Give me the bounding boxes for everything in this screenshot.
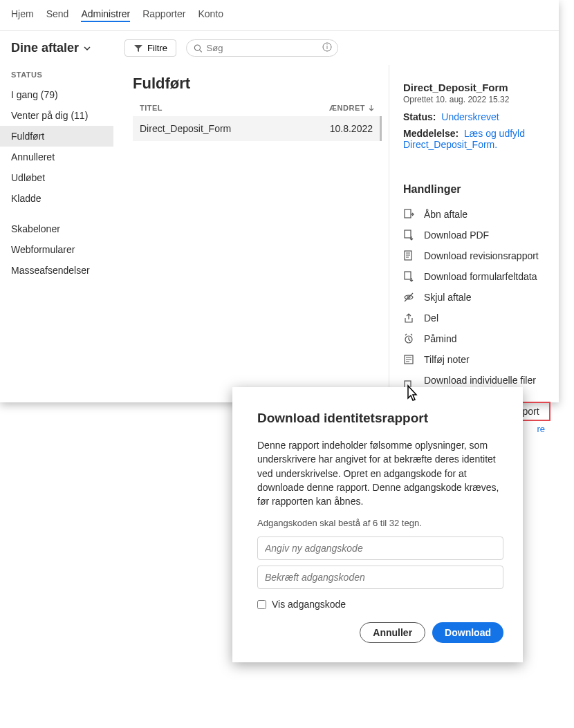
action-download-form-data[interactable]: Download formularfeltdata [403, 266, 545, 287]
search-input[interactable] [207, 43, 331, 53]
sidebar-item-templates[interactable]: Skabeloner [11, 218, 111, 239]
chevron-down-icon [83, 44, 91, 53]
filter-label: Filtre [147, 43, 167, 53]
sidebar-item-webforms[interactable]: Webformularer [11, 239, 111, 260]
action-share[interactable]: Del [403, 308, 545, 328]
modal-body: Denne rapport indeholder følsomme oplysn… [257, 438, 503, 508]
modal-title: Download identitetsrapport [257, 411, 503, 426]
action-remind[interactable]: Påmind [403, 328, 545, 349]
cancel-button[interactable]: Annuller [360, 622, 425, 643]
svg-point-0 [194, 45, 200, 50]
nav-administrer[interactable]: Administrer [81, 8, 130, 22]
download-identity-modal: Download identitetsrapport Denne rapport… [232, 387, 523, 662]
action-download-form-data-label: Download formularfeltdata [424, 271, 537, 282]
password-input[interactable] [257, 536, 503, 560]
col-modified-label: ÆNDRET [329, 104, 365, 112]
action-hide-label: Skjul aftale [424, 292, 471, 303]
sidebar-item-expired[interactable]: Udløbet [11, 167, 111, 188]
password-confirm-input[interactable] [257, 566, 503, 589]
toolbar: Dine aftaler Filtre i [0, 31, 559, 65]
action-download-pdf[interactable]: Download PDF [403, 225, 545, 245]
nav-hjem[interactable]: Hjem [11, 8, 34, 22]
action-download-audit-label: Download revisionsrapport [424, 250, 539, 261]
actions-heading: Handlinger [403, 183, 545, 196]
svg-rect-4 [405, 209, 411, 218]
sidebar-item-waiting[interactable]: Venter på dig (11) [11, 105, 111, 126]
show-password-checkbox[interactable] [257, 600, 266, 609]
row-modified: 10.8.2022 [330, 123, 373, 134]
info-icon[interactable]: i [322, 42, 332, 54]
arrow-down-icon [368, 104, 375, 111]
nav-send[interactable]: Send [46, 8, 69, 22]
audit-icon [403, 250, 414, 261]
action-download-pdf-label: Download PDF [424, 230, 489, 241]
sidebar-item-cancelled[interactable]: Annulleret [11, 147, 111, 167]
download-pdf-icon [403, 230, 414, 241]
search-icon [194, 44, 203, 53]
action-hide[interactable]: Skjul aftale [403, 287, 545, 308]
action-remind-label: Påmind [424, 333, 456, 344]
action-open-label: Åbn aftale [424, 209, 467, 220]
action-download-audit[interactable]: Download revisionsrapport [403, 245, 545, 266]
clock-icon [403, 333, 414, 344]
notes-icon [403, 354, 414, 365]
action-notes-label: Tilføj noter [424, 354, 470, 365]
svg-line-1 [200, 50, 202, 52]
row-title: Direct_Deposit_Form [140, 123, 231, 134]
top-nav: Hjem Send Administrer Rapporter Konto [0, 0, 559, 31]
svg-line-13 [405, 293, 413, 301]
doc-created: Oprettet 10. aug. 2022 15.32 [403, 95, 545, 104]
status-value[interactable]: Underskrevet [441, 111, 499, 122]
open-icon [403, 209, 414, 220]
col-modified[interactable]: ÆNDRET [329, 104, 375, 112]
message-label: Meddelelse: [403, 128, 459, 139]
table-row[interactable]: Direct_Deposit_Form 10.8.2022 [133, 116, 382, 141]
main-heading: Fuldført [133, 75, 382, 93]
sidebar-item-draft[interactable]: Kladde [11, 188, 111, 209]
message-row: Meddelelse: Læs og udfyld Direct_Deposit… [403, 128, 545, 150]
sidebar-item-bulk[interactable]: Masseafsendelser [11, 260, 111, 281]
status-label: Status: [403, 111, 436, 122]
show-password-row[interactable]: Vis adgangskode [257, 599, 503, 610]
action-open[interactable]: Åbn aftale [403, 204, 545, 225]
action-notes[interactable]: Tilføj noter [403, 349, 545, 370]
sidebar: STATUS I gang (79) Venter på dig (11) Fu… [0, 65, 111, 448]
nav-konto[interactable]: Konto [198, 8, 223, 22]
svg-rect-11 [405, 272, 411, 279]
nav-rapporter[interactable]: Rapporter [142, 8, 185, 22]
sidebar-item-in-progress[interactable]: I gang (79) [11, 84, 111, 105]
action-share-label: Del [424, 312, 438, 324]
show-password-label: Vis adgangskode [272, 599, 346, 610]
hide-icon [403, 292, 414, 303]
download-data-icon [403, 271, 414, 282]
sidebar-item-completed[interactable]: Fuldført [0, 126, 113, 147]
page-title-text: Dine aftaler [11, 41, 79, 55]
modal-hint: Adgangskoden skal bestå af 6 til 32 tegn… [257, 518, 503, 528]
svg-rect-6 [405, 230, 411, 238]
page-title[interactable]: Dine aftaler [11, 41, 91, 55]
col-title[interactable]: TITEL [140, 104, 163, 112]
doc-name: Direct_Deposit_Form [403, 82, 545, 93]
filter-icon [133, 44, 143, 53]
search-box[interactable]: i [186, 39, 338, 57]
svg-text:i: i [326, 44, 328, 50]
filter-button[interactable]: Filtre [124, 39, 176, 57]
download-button[interactable]: Download [432, 622, 503, 643]
sidebar-status-label: STATUS [11, 65, 111, 84]
table-header: TITEL ÆNDRET [133, 104, 382, 116]
share-icon [403, 312, 414, 324]
status-row: Status: Underskrevet [403, 111, 545, 122]
